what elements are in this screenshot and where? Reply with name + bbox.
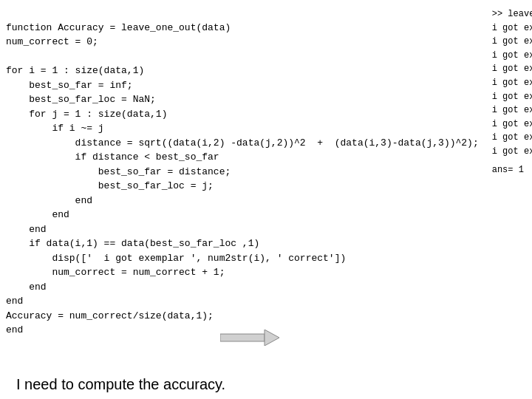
- code-line-11: best_so_far = distance;: [6, 166, 231, 177]
- output-block: >> leave_one_out(data): [492, 7, 532, 21]
- output-lines: i got exemplar 1 correcti got exemplar 2…: [492, 21, 532, 159]
- code-block: function Accuracy = leave_one_out(data) …: [6, 6, 479, 338]
- output-line: i got exemplar 1 correct: [492, 21, 532, 35]
- code-line-8: if i ~= j: [6, 123, 104, 134]
- code-line-9: distance = sqrt((data(i,2) -data(j,2))^2…: [6, 137, 479, 149]
- code-line-6: best_so_far_loc = NaN;: [6, 94, 156, 105]
- code-line-14: end: [6, 209, 69, 220]
- ans-label: ans=: [492, 165, 514, 175]
- code-line-15: end: [6, 224, 47, 235]
- output-line: i got exemplar 6 correct: [492, 90, 532, 104]
- code-line-5: best_so_far = inf;: [6, 80, 133, 91]
- code-line-22: end: [6, 324, 23, 335]
- arrow-icon: [220, 330, 279, 346]
- note-line-2: We are done! However, we should test mor…: [16, 395, 468, 400]
- code-line-17: disp([' i got exemplar ', num2str(i), ' …: [6, 253, 346, 264]
- code-line-12: best_so_far_loc = j;: [6, 180, 214, 191]
- output-line: i got exemplar 7 correct: [492, 103, 532, 117]
- output-line: i got exemplar 2 correct: [492, 35, 532, 49]
- code-line-21: Accuracy = num_correct/size(data,1);: [6, 310, 214, 321]
- code-line-13: end: [6, 195, 92, 206]
- output-line: i got exemplar 8 correct: [492, 117, 532, 132]
- code-line-18: num_correct = num_correct + 1;: [6, 267, 225, 278]
- svg-rect-0: [220, 334, 265, 341]
- code-line-16: if data(i,1) == data(best_so_far_loc ,1): [6, 238, 259, 249]
- code-line-20: end: [6, 296, 23, 307]
- output-line: i got exemplar 9 correct: [492, 131, 532, 145]
- output-header: >> leave_one_out(data): [492, 9, 532, 19]
- code-line-19: end: [6, 282, 47, 293]
- output-line: i got exemplar 4 correct: [492, 62, 532, 76]
- code-line-10: if distance < best_so_far: [6, 151, 219, 163]
- output-panel: >> leave_one_out(data) i got exemplar 1 …: [486, 6, 532, 393]
- output-line: i got exemplar 3 correct: [492, 49, 532, 63]
- code-line-7: for j = 1 : size(data,1): [6, 109, 167, 120]
- code-line-2: num_correct = 0;: [6, 36, 98, 47]
- code-line-4: for i = 1 : size(data,1): [6, 65, 144, 76]
- ans-line: ans= 1: [492, 165, 524, 175]
- svg-marker-1: [265, 330, 279, 346]
- code-line-1: function Accuracy = leave_one_out(data): [6, 22, 231, 33]
- output-line: i got exemplar 10 correct: [492, 145, 532, 159]
- note-line-1: I need to compute the accuracy.: [16, 374, 468, 395]
- output-line: i got exemplar 5 correct: [492, 76, 532, 90]
- note-box: I need to compute the accuracy. We are d…: [6, 366, 479, 400]
- ans-value: 1: [514, 165, 524, 175]
